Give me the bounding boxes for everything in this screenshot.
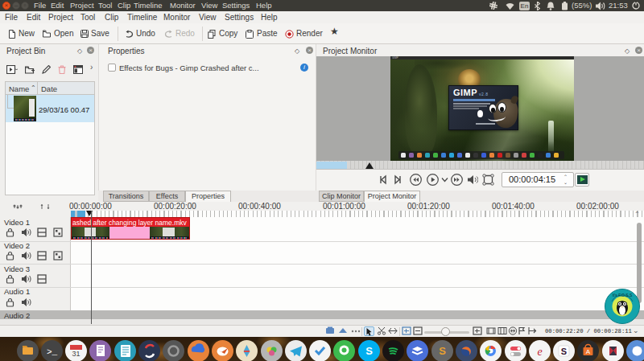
svg-text:It's F.O.S.S: It's F.O.S.S (613, 293, 634, 297)
svg-text:31: 31 (72, 350, 80, 358)
svg-text:A: A (586, 348, 591, 355)
svg-text:S: S (439, 345, 446, 357)
svg-text:S: S (365, 345, 373, 357)
svg-text:>_: >_ (47, 347, 58, 357)
svg-text:e: e (537, 346, 542, 358)
svg-text:S: S (561, 347, 567, 356)
